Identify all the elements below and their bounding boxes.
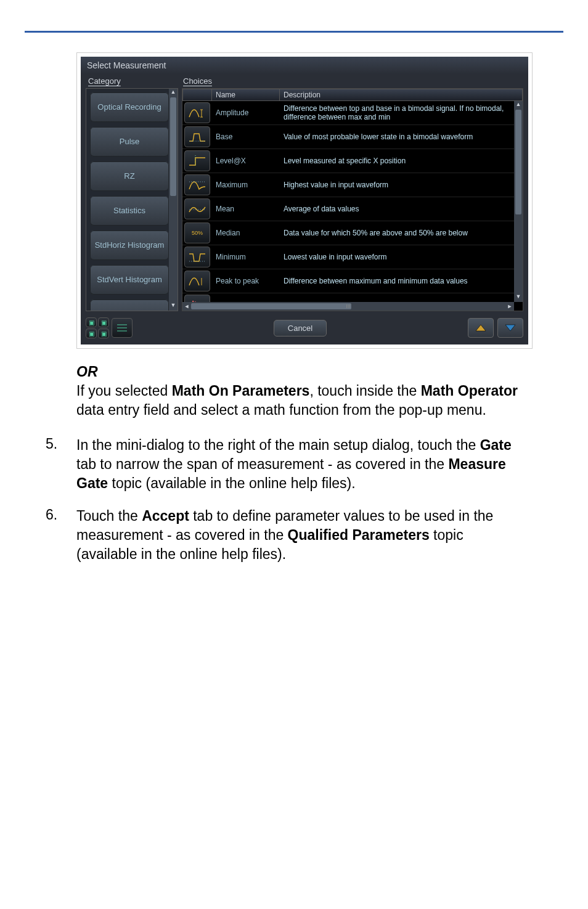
select-measurement-dialog: Select Measurement Category Optical Reco… <box>81 57 528 344</box>
scroll-thumb[interactable] <box>515 110 521 214</box>
text-fragment: , touch inside the <box>309 383 420 399</box>
step-text: In the mini-dialog to the right of the m… <box>76 436 526 493</box>
step-5: 5. In the mini-dialog to the right of th… <box>46 436 526 493</box>
table-row[interactable]: 50% Median Data value for which 50% are … <box>182 221 523 245</box>
text-bold: Math On Parameters <box>172 383 310 399</box>
base-icon <box>184 126 210 147</box>
cell-desc: Highest value in input waveform <box>280 173 523 197</box>
grid-header-row: Name Description <box>182 89 523 101</box>
median-icon: 50% <box>184 222 210 243</box>
scroll-up-icon[interactable]: ▲ <box>514 101 523 110</box>
category-stdhoriz-histogram[interactable]: StdHoriz Histogram <box>90 230 169 260</box>
text-bold: Qualified Parameters <box>288 527 430 543</box>
scroll-down-icon[interactable]: ▼ <box>169 302 178 311</box>
view-thumb-1[interactable]: ▣ <box>86 317 97 327</box>
grid-header-icon <box>182 89 212 101</box>
or-heading: OR <box>76 364 563 380</box>
view-thumb-3[interactable]: ▣ <box>86 328 97 338</box>
cell-name: Minimum <box>212 245 280 269</box>
category-rz[interactable]: RZ <box>90 161 169 191</box>
cell-name: Peak to peak <box>212 269 280 293</box>
top-rule <box>25 31 563 33</box>
text-fragment: If you selected <box>76 383 172 399</box>
grid-body: Amplitude Difference between top and bas… <box>182 101 523 311</box>
step-number: 6. <box>46 507 76 564</box>
levelx-icon <box>184 150 210 171</box>
grid-header-name: Name <box>212 89 280 101</box>
cell-desc: Lowest value in input waveform <box>280 245 523 269</box>
scroll-up-icon[interactable]: ▲ <box>169 89 178 97</box>
cell-desc: Difference between maximum and minimum d… <box>280 269 523 293</box>
grid-vertical-scrollbar[interactable]: ▲ ▼ <box>514 101 523 302</box>
table-row[interactable]: Peak to peak Difference between maximum … <box>182 269 523 293</box>
table-row[interactable]: Mean Average of data values <box>182 197 523 221</box>
peak-to-peak-icon <box>184 271 210 291</box>
cancel-button[interactable]: Cancel <box>274 320 327 336</box>
scroll-thumb[interactable] <box>170 97 176 196</box>
table-row[interactable]: Minimum Lowest value in input waveform <box>182 245 523 269</box>
category-header: Category <box>86 76 178 88</box>
cell-desc: Value of most probable lower state in a … <box>280 125 523 149</box>
choices-header: Choices <box>182 76 523 88</box>
table-row[interactable]: Base Value of most probable lower state … <box>182 125 523 149</box>
text-bold: Math Operator <box>421 383 518 399</box>
scroll-thumb[interactable] <box>191 303 351 309</box>
category-scrollbar[interactable]: ▲ ▼ <box>169 89 178 311</box>
text-fragment: topic (available in the online help file… <box>108 475 355 491</box>
select-measurement-dialog-figure: Select Measurement Category Optical Reco… <box>76 52 533 349</box>
dialog-footer: ▣ ▣ ▣ ▣ Cancel <box>81 314 528 344</box>
svg-marker-12 <box>476 325 486 331</box>
scroll-down-icon[interactable]: ▼ <box>514 293 523 302</box>
minimum-icon <box>184 247 210 267</box>
category-pulse[interactable]: Pulse <box>90 127 169 157</box>
mean-icon <box>184 198 210 219</box>
svg-marker-13 <box>505 325 515 331</box>
hscroll-grip-icon: III <box>346 303 351 309</box>
table-row[interactable]: Level@X Level measured at specific X pos… <box>182 149 523 173</box>
cell-name: Base <box>212 125 280 149</box>
cell-desc: Data value for which 50% are above and 5… <box>280 221 523 245</box>
cell-name: Level@X <box>212 149 280 173</box>
grid-horizontal-scrollbar[interactable]: ◄ III ► <box>182 302 514 311</box>
category-stdvert-histogram[interactable]: StdVert Histogram <box>90 265 169 295</box>
or-body: If you selected Math On Parameters, touc… <box>76 381 526 420</box>
nav-down-button[interactable] <box>497 318 523 338</box>
cell-desc: Difference between top and base in a bim… <box>280 101 523 124</box>
text-fragment: tab to narrow the span of measurement - … <box>76 456 448 472</box>
cell-name: Median <box>212 221 280 245</box>
category-statistics[interactable]: Statistics <box>90 196 169 226</box>
text-fragment: data entry field and select a math funct… <box>76 402 486 418</box>
category-vertical[interactable]: Vertical <box>90 300 169 311</box>
grid-header-description: Description <box>280 89 523 101</box>
cell-name: Maximum <box>212 173 280 197</box>
category-optical-recording[interactable]: Optical Recording <box>90 92 169 122</box>
amplitude-icon <box>184 102 210 123</box>
view-thumb-2[interactable]: ▣ <box>98 317 109 327</box>
cell-name: Mean <box>212 197 280 221</box>
table-row[interactable]: Maximum Highest value in input waveform <box>182 173 523 197</box>
text-fragment: In the mini-dialog to the right of the m… <box>76 437 480 453</box>
view-thumb-4[interactable]: ▣ <box>98 328 109 338</box>
cell-desc: Level measured at specific X position <box>280 149 523 173</box>
text-fragment: Touch the <box>76 508 142 524</box>
cell-name: Amplitude <box>212 101 280 124</box>
cell-desc: Average of data values <box>280 197 523 221</box>
table-row[interactable]: Amplitude Difference between top and bas… <box>182 101 523 125</box>
nav-up-button[interactable] <box>468 318 494 338</box>
text-bold: Accept <box>142 508 189 524</box>
scroll-right-icon[interactable]: ► <box>505 302 514 311</box>
step-number: 5. <box>46 436 76 493</box>
median-label: 50% <box>192 230 203 236</box>
category-list: Optical Recording Pulse RZ Statistics St… <box>86 88 178 311</box>
choices-grid: Name Description Amplitude Difference be… <box>182 88 523 311</box>
step-6: 6. Touch the Accept tab to define parame… <box>46 507 526 564</box>
view-list-button[interactable] <box>112 318 133 338</box>
dialog-title: Select Measurement <box>81 57 528 74</box>
maximum-icon <box>184 174 210 195</box>
step-text: Touch the Accept tab to define parameter… <box>76 507 526 564</box>
text-bold: Gate <box>480 437 512 453</box>
scroll-left-icon[interactable]: ◄ <box>182 302 191 311</box>
